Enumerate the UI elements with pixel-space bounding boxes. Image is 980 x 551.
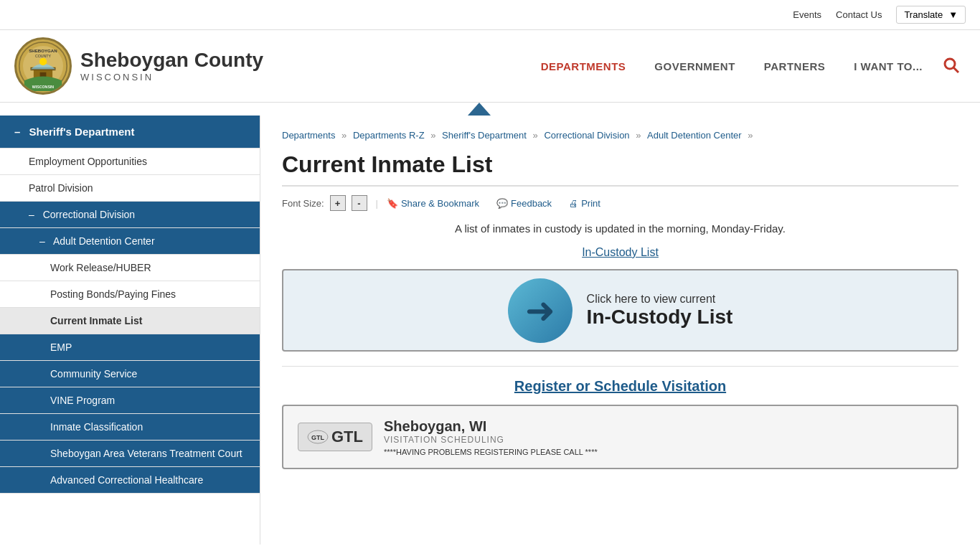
share-icon: 🔖 — [387, 198, 398, 209]
state-label: WISCONSIN — [80, 72, 263, 83]
banner-small-text: Click here to view current — [587, 293, 733, 306]
page-description: A list of inmates in custody is updated … — [282, 222, 958, 235]
breadcrumb-departments[interactable]: Departments — [282, 130, 335, 141]
svg-text:COUNTY: COUNTY — [35, 54, 52, 58]
search-button[interactable] — [937, 51, 966, 82]
svg-point-9 — [945, 59, 955, 69]
dash-icon: – — [14, 126, 20, 138]
site-title: Sheboygan County WISCONSIN — [80, 50, 263, 83]
sidebar-item-employment[interactable]: Employment Opportunities — [0, 149, 260, 175]
sidebar-item-current-inmate-list[interactable]: Current Inmate List — [0, 308, 260, 334]
sidebar-item-vine-program[interactable]: VINE Program — [0, 387, 260, 414]
top-bar: Events Contact Us Translate ▼ — [0, 0, 980, 30]
font-increase-button[interactable]: + — [330, 195, 346, 211]
sidebar-item-community-service[interactable]: Community Service — [0, 361, 260, 387]
font-decrease-button[interactable]: - — [352, 195, 367, 211]
sidebar-item-advanced-correctional[interactable]: Advanced Correctional Healthcare — [0, 467, 260, 494]
breadcrumb: Departments » Departments R-Z » Sheriff'… — [282, 130, 958, 141]
svg-text:GTL: GTL — [311, 434, 324, 441]
gtl-info-area: Sheboygan, WI VISITATION SCHEDULING ****… — [384, 418, 943, 456]
share-bookmark-link[interactable]: 🔖 Share & Bookmark — [387, 198, 479, 209]
main-content: Departments » Departments R-Z » Sheriff'… — [260, 116, 980, 545]
in-custody-list-link[interactable]: In-Custody List — [282, 246, 958, 259]
gtl-visitation-box[interactable]: GTL GTL Sheboygan, WI VISITATION SCHEDUL… — [282, 405, 958, 469]
feedback-link[interactable]: 💬 Feedback — [496, 198, 552, 209]
sidebar-item-correctional[interactable]: – Correctional Division — [0, 202, 260, 228]
main-nav: DEPARTMENTS GOVERNMENT PARTNERS I WANT T… — [527, 51, 966, 82]
breadcrumb-adult-detention[interactable]: Adult Detention Center — [647, 130, 742, 141]
arrow-right-icon: ➜ — [525, 290, 555, 331]
sidebar-item-posting-bonds[interactable]: Posting Bonds/Paying Fines — [0, 281, 260, 308]
breadcrumb-sheriffs[interactable]: Sheriff's Department — [442, 130, 527, 141]
chevron-down-icon: ▼ — [948, 9, 958, 20]
contact-link[interactable]: Contact Us — [836, 9, 882, 20]
logo-svg: SHEBOYGAN COUNTY WISCONSIN — [18, 41, 68, 91]
in-custody-banner[interactable]: ➜ Click here to view current In-Custody … — [282, 269, 958, 352]
sidebar-item-veterans-court[interactable]: Sheboygan Area Veterans Treatment Court — [0, 441, 260, 467]
gtl-sub-label: VISITATION SCHEDULING — [384, 435, 943, 445]
breadcrumb-sep-2: » — [430, 130, 438, 141]
font-tools: Font Size: + - | 🔖 Share & Bookmark 💬 Fe… — [282, 195, 958, 211]
breadcrumb-sep-4: » — [636, 130, 644, 141]
banner-text-area: Click here to view current In-Custody Li… — [587, 293, 733, 329]
search-icon — [943, 57, 960, 74]
visitation-link[interactable]: Register or Schedule Visitation — [282, 378, 958, 395]
sidebar: – Sheriff's Department Employment Opport… — [0, 116, 260, 545]
print-icon: 🖨 — [569, 198, 578, 209]
nav-i-want-to[interactable]: I WANT TO... — [839, 53, 937, 80]
sidebar-item-patrol[interactable]: Patrol Division — [0, 175, 260, 202]
translate-button[interactable]: Translate ▼ — [896, 6, 966, 24]
banner-arrow-circle: ➜ — [508, 278, 573, 343]
dash-icon-2: – — [29, 209, 34, 220]
font-size-label: Font Size: — [282, 198, 324, 209]
sidebar-item-emp[interactable]: EMP — [0, 334, 260, 361]
breadcrumb-departments-rz[interactable]: Departments R-Z — [353, 130, 425, 141]
nav-government[interactable]: GOVERNMENT — [640, 53, 750, 80]
breadcrumb-sep-5: » — [748, 130, 753, 141]
sidebar-item-work-release[interactable]: Work Release/HUBER — [0, 255, 260, 281]
gtl-city: Sheboygan, WI — [384, 418, 943, 435]
breadcrumb-sep-3: » — [533, 130, 541, 141]
svg-text:WISCONSIN: WISCONSIN — [32, 85, 55, 89]
site-header: SHEBOYGAN COUNTY WISCONSIN Sheboygan Cou… — [0, 30, 980, 103]
tool-separator: | — [376, 198, 378, 209]
svg-point-7 — [39, 58, 47, 66]
logo-area: SHEBOYGAN COUNTY WISCONSIN Sheboygan Cou… — [14, 37, 263, 95]
events-link[interactable]: Events — [793, 9, 821, 20]
nav-triangle — [468, 103, 491, 116]
gtl-logo-icon: GTL — [307, 430, 329, 444]
page-title: Current Inmate List — [282, 151, 958, 187]
site-name: Sheboygan County — [80, 50, 263, 72]
sidebar-item-sheriffs-dept[interactable]: – Sheriff's Department — [0, 116, 260, 149]
page-layout: – Sheriff's Department Employment Opport… — [0, 116, 980, 545]
gtl-logo: GTL GTL — [298, 423, 372, 451]
comment-icon: 💬 — [496, 198, 508, 209]
svg-line-10 — [953, 67, 958, 72]
translate-label: Translate — [904, 9, 943, 20]
sidebar-item-inmate-classification[interactable]: Inmate Classification — [0, 414, 260, 441]
print-link[interactable]: 🖨 Print — [569, 198, 600, 209]
breadcrumb-sep-1: » — [341, 130, 349, 141]
site-logo: SHEBOYGAN COUNTY WISCONSIN — [14, 37, 72, 95]
dash-icon-3: – — [39, 235, 45, 247]
svg-text:SHEBOYGAN: SHEBOYGAN — [29, 48, 57, 53]
banner-large-text: In-Custody List — [587, 306, 733, 329]
sidebar-item-adult-detention[interactable]: – Adult Detention Center — [0, 228, 260, 255]
nav-departments[interactable]: DEPARTMENTS — [527, 53, 641, 80]
gtl-warning-text: ****HAVING PROBLEMS REGISTERING PLEASE C… — [384, 448, 943, 456]
content-divider — [282, 366, 958, 367]
nav-partners[interactable]: PARTNERS — [750, 53, 839, 80]
breadcrumb-correctional[interactable]: Correctional Division — [544, 130, 629, 141]
nav-indicator — [0, 103, 980, 116]
gtl-logo-text: GTL — [331, 428, 363, 446]
